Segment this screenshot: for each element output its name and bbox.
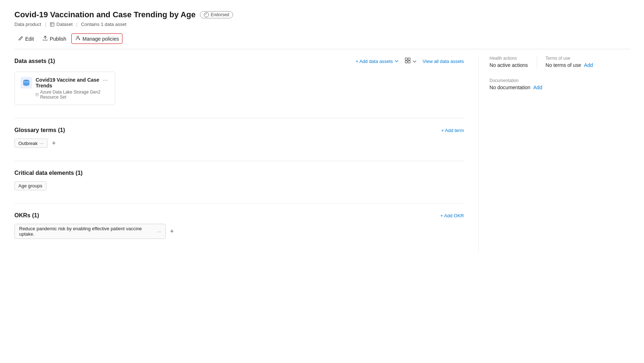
edit-icon <box>18 36 23 42</box>
terms-of-use-value: No terms of use Add <box>546 62 593 68</box>
asset-name: Covid19 Vaccine and Case Trends <box>36 77 102 89</box>
okr-item-0: Reduce pandemic risk by enabling effecti… <box>14 224 166 239</box>
publish-button[interactable]: Publish <box>39 34 70 44</box>
dataset-label-row: Dataset <box>50 22 73 27</box>
asset-type-icon <box>36 92 39 97</box>
contains-label: Contains 1 data asset <box>81 22 126 27</box>
chevron-down-icon <box>394 59 399 63</box>
publish-icon <box>43 36 48 42</box>
grid-icon <box>404 57 411 64</box>
critical-data-elements-section: Critical data elements (1) Age groups <box>14 170 464 190</box>
add-okr-label: + Add OKR <box>440 213 464 218</box>
endorsed-badge: Endorsed <box>200 11 233 18</box>
glossary-terms-list: Outbreak ··· + <box>14 139 464 148</box>
asset-more-button[interactable]: ··· <box>102 77 109 83</box>
okrs-header: OKRs (1) + Add OKR <box>14 212 464 219</box>
documentation-title: Documentation <box>489 78 630 83</box>
edit-button[interactable]: Edit <box>14 34 37 44</box>
okr-list: Reduce pandemic risk by enabling effecti… <box>14 224 464 239</box>
okrs-section: OKRs (1) + Add OKR Reduce pandemic risk … <box>14 212 464 239</box>
grid-view-button[interactable] <box>403 56 418 67</box>
glossary-terms-header: Glossary terms (1) + Add term <box>14 127 464 133</box>
toolbar: Edit Publish Manage policies <box>14 33 630 49</box>
add-glossary-term-plus-button[interactable]: + <box>50 140 57 147</box>
outbreak-label: Outbreak <box>18 141 37 146</box>
cde-list: Age groups <box>14 181 464 190</box>
divider-glossary-cde <box>14 161 464 161</box>
documentation-value: No documentation Add <box>489 85 630 90</box>
divider-cde-okr <box>14 203 464 204</box>
add-terms-link[interactable]: Add <box>584 62 593 68</box>
health-actions-title: Health actions <box>489 56 528 61</box>
data-asset-info: Covid19 Vaccine and Case Trends Azure Da… <box>21 77 102 100</box>
title-row: Covid-19 Vaccination and Case Trending b… <box>14 10 630 19</box>
divider-1: | <box>45 22 46 27</box>
main-content: Data assets (1) + Add data assets View a… <box>14 56 630 252</box>
add-okr-button[interactable]: + Add OKR <box>440 213 464 218</box>
health-actions-section: Health actions No active actions <box>489 56 528 68</box>
okr-label-0: Reduce pandemic risk by enabling effecti… <box>19 226 154 237</box>
data-assets-title: Data assets (1) <box>14 58 55 64</box>
add-term-button[interactable]: + Add term <box>441 128 464 133</box>
health-actions-value: No active actions <box>489 62 528 68</box>
okr-more-icon[interactable]: ··· <box>157 229 161 234</box>
svg-rect-10 <box>36 94 39 96</box>
cde-title: Critical data elements (1) <box>14 170 82 176</box>
data-asset-card: Covid19 Vaccine and Case Trends Azure Da… <box>14 72 115 105</box>
left-panel: Data assets (1) + Add data assets View a… <box>14 56 478 252</box>
asset-type-label: Azure Data Lake Storage Gen2 Resource Se… <box>40 90 101 100</box>
svg-rect-7 <box>408 61 410 63</box>
endorsed-label: Endorsed <box>211 12 229 17</box>
add-okr-plus-button[interactable]: + <box>169 228 175 235</box>
edit-label: Edit <box>25 36 34 42</box>
svg-rect-4 <box>405 58 407 60</box>
terms-of-use-section: Terms of use No terms of use Add <box>537 56 593 68</box>
add-data-assets-button[interactable]: + Add data assets <box>355 59 399 64</box>
glossary-term-outbreak: Outbreak ··· <box>14 139 48 148</box>
outbreak-more-icon[interactable]: ··· <box>39 140 44 146</box>
documentation-section: Documentation No documentation Add <box>489 78 630 90</box>
manage-policies-button[interactable]: Manage policies <box>71 33 122 44</box>
endorsed-icon <box>204 12 209 17</box>
divider-assets-glossary <box>14 118 464 118</box>
age-groups-label: Age groups <box>18 183 43 189</box>
data-assets-section: Data assets (1) + Add data assets View a… <box>14 56 464 105</box>
asset-details: Covid19 Vaccine and Case Trends Azure Da… <box>36 77 102 100</box>
dataset-icon <box>50 22 55 27</box>
asset-icon <box>21 77 32 89</box>
glossary-terms-title: Glossary terms (1) <box>14 127 65 133</box>
page-container: Covid-19 Vaccination and Case Trending b… <box>0 0 644 363</box>
subtitle-row: Data product | Dataset | Contains 1 data… <box>14 22 630 27</box>
data-assets-actions: + Add data assets View all data assets <box>355 56 464 67</box>
svg-rect-6 <box>405 61 407 63</box>
manage-policies-label: Manage policies <box>82 36 119 42</box>
view-all-data-assets-link[interactable]: View all data assets <box>422 59 464 64</box>
svg-rect-0 <box>50 22 54 26</box>
okrs-title: OKRs (1) <box>14 212 39 219</box>
right-panel: Health actions No active actions Terms o… <box>478 56 630 252</box>
add-term-label: + Add term <box>441 128 464 133</box>
data-assets-header: Data assets (1) + Add data assets View a… <box>14 56 464 67</box>
add-documentation-link[interactable]: Add <box>533 85 542 90</box>
svg-point-3 <box>77 36 79 38</box>
page-title: Covid-19 Vaccination and Case Trending b… <box>14 10 196 19</box>
chevron-down-2-icon <box>412 59 417 64</box>
publish-label: Publish <box>50 36 66 42</box>
divider-2: | <box>76 22 77 27</box>
add-data-assets-label: + Add data assets <box>355 59 393 64</box>
manage-policies-icon <box>75 35 81 42</box>
glossary-terms-section: Glossary terms (1) + Add term Outbreak ·… <box>14 127 464 148</box>
data-product-label: Data product <box>14 22 41 27</box>
terms-of-use-title: Terms of use <box>546 56 593 61</box>
svg-rect-5 <box>408 58 410 60</box>
asset-type: Azure Data Lake Storage Gen2 Resource Se… <box>36 90 102 100</box>
storage-icon <box>21 77 32 89</box>
cde-age-groups: Age groups <box>14 181 46 190</box>
cde-header: Critical data elements (1) <box>14 170 464 176</box>
